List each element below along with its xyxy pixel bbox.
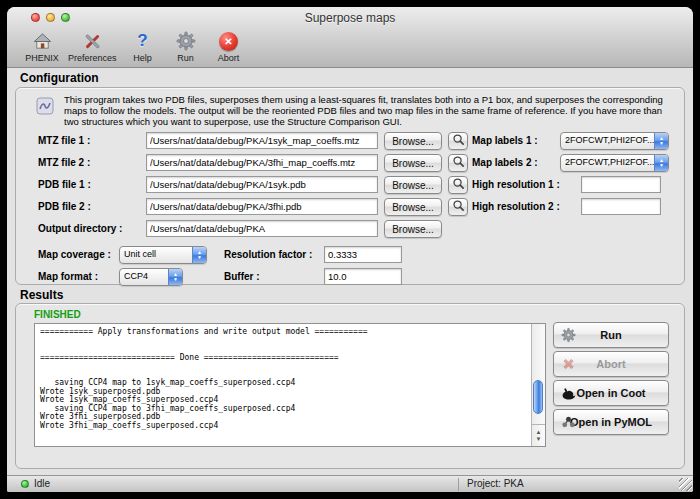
- magnifier-icon: [452, 133, 465, 149]
- screen: Superpose maps PHENIX: [0, 0, 700, 499]
- high-resolution-1-label: High resolution 1 :: [472, 179, 560, 190]
- map-labels-2-select[interactable]: 2FOFCWT,PHI2FOF... ▲▼: [560, 154, 669, 172]
- open-in-coot-button-label: Open in Coot: [576, 387, 645, 399]
- status-project: Project: PKA: [458, 478, 524, 491]
- map-coverage-label: Map coverage :: [38, 249, 111, 260]
- help-question-icon: ?: [137, 30, 147, 52]
- magnifier-icon: [452, 155, 465, 171]
- status-dot-icon: [21, 480, 29, 488]
- mtz-file-2-browse-button[interactable]: Browse...: [384, 154, 442, 172]
- resize-grip[interactable]: [679, 478, 692, 491]
- mtz-file-1-browse-button[interactable]: Browse...: [384, 132, 442, 150]
- toolbar-label: Help: [133, 53, 152, 63]
- high-resolution-2-label: High resolution 2 :: [472, 201, 560, 212]
- abort-button-label: Abort: [596, 358, 625, 370]
- magnifier-icon: [452, 177, 465, 193]
- results-group: FINISHED =========== Apply transformatio…: [15, 303, 685, 469]
- resolution-factor-label: Resolution factor :: [224, 249, 312, 260]
- pdb-file-1-view-button[interactable]: [448, 176, 468, 194]
- buffer-label: Buffer :: [224, 271, 260, 282]
- output-directory-browse-button[interactable]: Browse...: [384, 220, 442, 238]
- pdb-file-1-input[interactable]: [146, 176, 378, 193]
- pdb-file-2-browse-button[interactable]: Browse...: [384, 198, 442, 216]
- toolbar-label: Preferences: [68, 53, 117, 63]
- pdb-file-1-row: PDB file 1 : Browse... High resolution 1…: [16, 176, 684, 194]
- map-format-label: Map format :: [38, 271, 98, 282]
- resolution-factor-input[interactable]: [324, 246, 402, 263]
- scrollbar-thumb[interactable]: [533, 380, 543, 414]
- buffer-input[interactable]: [324, 268, 402, 285]
- run-button-label: Run: [600, 329, 621, 341]
- map-labels-1-label: Map labels 1 :: [472, 135, 538, 146]
- map-labels-1-value: 2FOFCWT,PHI2FOF...: [561, 133, 654, 149]
- map-format-select[interactable]: CCP4 ▲▼: [119, 268, 183, 286]
- pdb-file-2-view-button[interactable]: [448, 198, 468, 216]
- configuration-group: This program takes two PDB files, superp…: [15, 87, 685, 285]
- pdb-file-2-input[interactable]: [146, 198, 378, 215]
- window-header: Superpose maps PHENIX: [7, 7, 693, 68]
- run-button[interactable]: Run: [553, 322, 669, 348]
- magnifier-icon: [452, 199, 465, 215]
- status-bar: Idle Project: PKA: [7, 475, 693, 492]
- status-state: Idle: [34, 478, 50, 489]
- mtz-file-2-input[interactable]: [146, 154, 378, 171]
- console-output[interactable]: =========== Apply transformations and wr…: [34, 323, 546, 447]
- map-coverage-select[interactable]: Unit cell ▲▼: [119, 246, 207, 264]
- scroll-up-button[interactable]: ▲: [536, 429, 542, 436]
- pdb-file-1-browse-button[interactable]: Browse...: [384, 176, 442, 194]
- mtz-file-2-view-button[interactable]: [448, 154, 468, 172]
- run-gear-icon: [176, 30, 196, 52]
- preferences-tools-icon: [82, 30, 103, 52]
- map-coverage-row: Map coverage : Unit cell ▲▼ Resolution f…: [16, 246, 684, 264]
- output-directory-row: Output directory : Browse...: [16, 220, 684, 238]
- phenix-home-icon: [32, 30, 53, 52]
- output-directory-label: Output directory :: [38, 223, 122, 234]
- map-labels-2-label: Map labels 2 :: [472, 157, 538, 168]
- toolbar-preferences-button[interactable]: Preferences: [68, 30, 117, 63]
- abort-x-icon: ✕: [219, 30, 238, 52]
- coot-icon: [561, 385, 577, 401]
- configuration-heading: Configuration: [20, 71, 99, 85]
- dropdown-arrows-icon: ▲▼: [654, 133, 668, 149]
- open-in-pymol-button[interactable]: Open in PyMOL: [553, 409, 669, 435]
- mtz-file-2-label: MTZ file 2 :: [38, 157, 90, 168]
- mtz-file-1-view-button[interactable]: [448, 132, 468, 150]
- toolbar-label: Run: [177, 53, 194, 63]
- open-in-pymol-button-label: Open in PyMOL: [570, 416, 652, 428]
- map-labels-2-value: 2FOFCWT,PHI2FOF...: [561, 155, 654, 171]
- status-text: FINISHED: [34, 309, 81, 320]
- run-gear-icon: [561, 328, 576, 343]
- map-format-row: Map format : CCP4 ▲▼ Buffer :: [16, 268, 684, 286]
- map-labels-1-select[interactable]: 2FOFCWT,PHI2FOF... ▲▼: [560, 132, 669, 150]
- program-info-icon: [36, 97, 54, 119]
- toolbar-label: Abort: [218, 53, 240, 63]
- pdb-file-2-label: PDB file 2 :: [38, 201, 91, 212]
- mtz-file-2-row: MTZ file 2 : Browse... Map labels 2 : 2F…: [16, 154, 684, 172]
- scrollbar-arrows: ▲ ▼: [532, 424, 545, 446]
- map-format-value: CCP4: [120, 269, 168, 285]
- toolbar-phenix-button[interactable]: PHENIX: [25, 30, 59, 63]
- toolbar-help-button[interactable]: ? Help: [126, 30, 160, 63]
- abort-button[interactable]: Abort: [553, 351, 669, 377]
- output-directory-input[interactable]: [146, 220, 378, 237]
- mtz-file-1-input[interactable]: [146, 132, 378, 149]
- console-scrollbar[interactable]: ▲ ▼: [531, 324, 545, 446]
- app-window: Superpose maps PHENIX: [7, 7, 693, 492]
- dropdown-arrows-icon: ▲▼: [192, 247, 206, 263]
- results-heading: Results: [20, 288, 63, 302]
- mtz-file-1-label: MTZ file 1 :: [38, 135, 90, 146]
- open-in-coot-button[interactable]: Open in Coot: [553, 380, 669, 406]
- toolbar-run-button[interactable]: Run: [169, 30, 203, 63]
- high-resolution-1-input[interactable]: [581, 176, 661, 193]
- pdb-file-1-label: PDB file 1 :: [38, 179, 91, 190]
- program-description: This program takes two PDB files, superp…: [64, 94, 678, 127]
- dropdown-arrows-icon: ▲▼: [168, 269, 182, 285]
- pdb-file-2-row: PDB file 2 : Browse... High resolution 2…: [16, 198, 684, 216]
- console-text: =========== Apply transformations and wr…: [35, 324, 545, 434]
- map-coverage-value: Unit cell: [120, 247, 192, 263]
- toolbar: PHENIX Preferences ? Help: [25, 30, 246, 68]
- toolbar-label: PHENIX: [25, 53, 59, 63]
- toolbar-abort-button[interactable]: ✕ Abort: [212, 30, 246, 63]
- scroll-down-button[interactable]: ▼: [536, 436, 542, 443]
- high-resolution-2-input[interactable]: [581, 198, 661, 215]
